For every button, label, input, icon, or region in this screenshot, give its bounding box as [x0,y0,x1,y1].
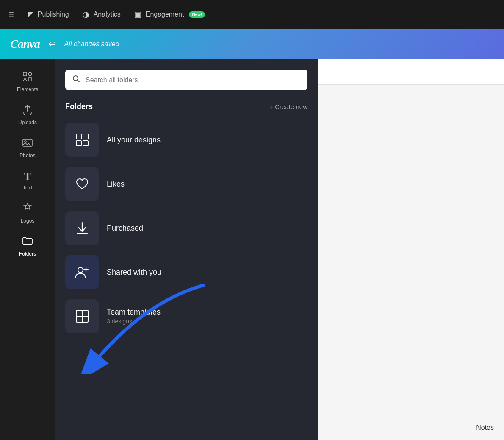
text-label: Text [23,185,32,191]
folder-item-info: Purchased [107,224,143,233]
svg-rect-1 [28,72,32,76]
publishing-icon: ◤ [28,10,33,19]
svg-rect-0 [23,72,27,76]
sidebar-item-uploads[interactable]: Uploads [0,99,55,131]
top-bar: ≡ ◤ Publishing ◑ Analytics ▣ Engagement … [0,0,504,29]
search-box [65,70,307,90]
svg-text:co.: co. [26,206,31,210]
save-status: All changes saved [64,40,119,48]
folder-item-name: Likes [107,180,125,189]
search-icon [72,75,80,85]
svg-rect-8 [76,134,81,139]
svg-rect-3 [28,78,32,81]
new-badge: New! [189,11,205,18]
right-panel: Notes [318,59,504,440]
folder-list: All your designs Likes [65,120,307,337]
canva-logo: Canva [10,37,40,51]
create-new-button[interactable]: + Create new [269,103,307,110]
folder-icon-purchased [65,211,99,245]
folder-item-all-designs[interactable]: All your designs [65,120,307,160]
logos-icon: co. [22,203,33,215]
uploads-icon [22,104,33,117]
folders-header: Folders + Create new [65,102,307,111]
notes-section: Notes [466,415,504,440]
svg-point-12 [78,267,83,273]
folder-item-info: Shared with you [107,268,161,277]
folder-item-name: Team templates [107,308,161,317]
sidebar-item-folders[interactable]: Folders [0,231,55,262]
folder-item-team-templates[interactable]: Team templates 3 designs [65,296,307,337]
collapse-handle[interactable]: ‹ [315,241,318,258]
text-icon: T [24,170,32,182]
folder-item-name: All your designs [107,136,161,145]
engagement-icon: ▣ [134,10,141,19]
right-panel-top [318,59,504,85]
folder-item-info: Team templates 3 designs [107,308,161,325]
folder-item-likes[interactable]: Likes [65,164,307,204]
folders-label: Folders [19,251,36,257]
elements-label: Elements [17,86,38,92]
folder-icon-team-templates [65,299,99,333]
main-area: Elements Uploads Photos T [0,59,504,440]
nav-engagement[interactable]: ▣ Engagement New! [134,10,205,19]
analytics-icon: ◑ [83,10,89,19]
sidebar-item-logos[interactable]: co. Logos [0,198,55,229]
folders-title: Folders [65,102,93,111]
photos-label: Photos [19,153,35,159]
sidebar: Elements Uploads Photos T [0,59,55,440]
canva-header: Canva ↩ All changes saved [0,29,504,59]
notes-label: Notes [476,424,494,431]
svg-rect-9 [83,134,88,139]
sidebar-item-elements[interactable]: Elements [0,66,55,97]
search-input[interactable] [86,76,301,84]
elements-icon [22,71,33,84]
folder-icon-likes [65,167,99,201]
folder-item-name: Shared with you [107,268,161,277]
folder-icon-all-designs [65,123,99,157]
uploads-label: Uploads [18,120,37,125]
folder-icon-shared [65,255,99,289]
nav-publishing[interactable]: ◤ Publishing [28,10,69,19]
svg-marker-2 [23,78,27,81]
logos-label: Logos [21,218,35,224]
folder-item-purchased[interactable]: Purchased [65,208,307,248]
folder-item-name: Purchased [107,224,143,233]
folder-item-info: All your designs [107,136,161,145]
svg-rect-10 [76,141,81,146]
svg-rect-11 [83,141,88,146]
folders-icon [22,236,33,248]
folder-item-shared[interactable]: Shared with you [65,252,307,292]
folders-panel: Folders + Create new All your designs [55,59,318,440]
stack-icon[interactable]: ≡ [8,9,14,20]
nav-analytics[interactable]: ◑ Analytics [83,10,121,19]
photos-icon [22,137,33,150]
sidebar-item-photos[interactable]: Photos [0,132,55,164]
svg-point-5 [25,141,26,142]
folder-item-sub: 3 designs [107,318,161,325]
sidebar-item-text[interactable]: T Text [0,165,55,196]
back-button[interactable]: ↩ [48,39,56,50]
folder-item-info: Likes [107,180,125,189]
